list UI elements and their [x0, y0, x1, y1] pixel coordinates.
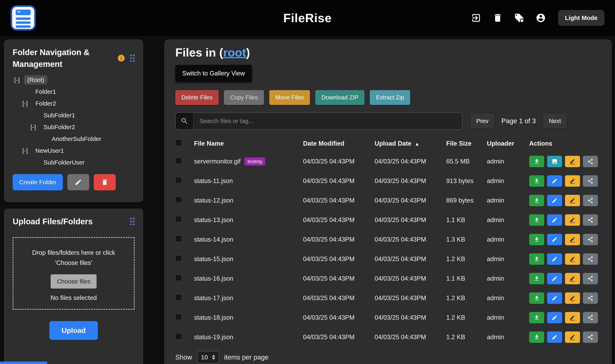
- download-button[interactable]: [529, 273, 544, 284]
- file-name[interactable]: status-12.json: [194, 197, 233, 204]
- folder-name[interactable]: SubFolder2: [40, 122, 78, 132]
- rename-button[interactable]: [565, 312, 580, 323]
- edit-button[interactable]: [547, 253, 562, 265]
- download-button[interactable]: [529, 175, 544, 187]
- copy-files-button[interactable]: Copy Files: [224, 90, 264, 105]
- edit-button[interactable]: [547, 214, 562, 226]
- root-folder-link[interactable]: root: [223, 46, 246, 59]
- edit-button[interactable]: [547, 234, 562, 245]
- tag-manager-button[interactable]: [514, 13, 524, 23]
- share-button[interactable]: [583, 156, 598, 167]
- download-button[interactable]: [529, 292, 544, 304]
- edit-button[interactable]: [547, 273, 562, 284]
- edit-button[interactable]: [547, 175, 562, 187]
- share-button[interactable]: [583, 292, 598, 304]
- file-name[interactable]: status-19.json: [194, 334, 233, 341]
- edit-button[interactable]: [547, 195, 562, 206]
- share-button[interactable]: [583, 175, 598, 187]
- upload-button[interactable]: Upload: [49, 321, 98, 340]
- select-all-checkbox[interactable]: [175, 140, 182, 146]
- rename-button[interactable]: [565, 253, 580, 265]
- switch-gallery-view-button[interactable]: Switch to Gallery View: [175, 65, 252, 82]
- create-folder-button[interactable]: Create Folder: [13, 174, 63, 190]
- rename-button[interactable]: [565, 175, 580, 187]
- column-upload-date[interactable]: Upload Date▲: [375, 140, 446, 147]
- download-zip-button[interactable]: Download ZIP: [315, 90, 365, 105]
- logout-button[interactable]: [471, 13, 481, 23]
- column-file-size[interactable]: File Size: [446, 140, 487, 147]
- download-button[interactable]: [529, 195, 544, 206]
- row-checkbox[interactable]: [175, 157, 182, 164]
- row-checkbox[interactable]: [175, 196, 182, 203]
- folder-name[interactable]: SubFolderUser: [40, 158, 88, 167]
- file-name[interactable]: status-16.json: [194, 275, 233, 282]
- rename-folder-button[interactable]: [67, 174, 89, 190]
- folder-name[interactable]: (Root): [24, 75, 47, 85]
- delete-files-button[interactable]: Delete Files: [175, 90, 219, 105]
- file-name[interactable]: status-11.json: [194, 177, 233, 185]
- rename-button[interactable]: [565, 331, 580, 343]
- row-checkbox[interactable]: [175, 274, 182, 281]
- column-uploader[interactable]: Uploader: [487, 140, 529, 147]
- next-page-button[interactable]: Next: [543, 114, 567, 129]
- file-name[interactable]: status-18.json: [194, 314, 233, 321]
- tree-toggle[interactable]: [-]: [14, 77, 24, 83]
- download-button[interactable]: [529, 312, 544, 323]
- download-button[interactable]: [529, 234, 544, 245]
- prev-page-button[interactable]: Prev: [471, 114, 494, 129]
- column-file-name[interactable]: File Name: [194, 140, 303, 147]
- file-name[interactable]: servermonitor.gif: [194, 158, 241, 165]
- light-mode-button[interactable]: Light Mode: [558, 10, 604, 26]
- rename-button[interactable]: [565, 273, 580, 284]
- file-dropzone[interactable]: Drop files/folders here or click 'Choose…: [13, 237, 135, 310]
- download-button[interactable]: [529, 156, 544, 167]
- file-name[interactable]: status-13.json: [194, 216, 233, 224]
- rename-button[interactable]: [565, 214, 580, 226]
- extract-zip-button[interactable]: Extract Zip: [370, 90, 410, 105]
- row-checkbox[interactable]: [175, 255, 182, 261]
- search-input[interactable]: [194, 113, 462, 129]
- share-button[interactable]: [583, 253, 598, 265]
- row-checkbox[interactable]: [175, 313, 182, 320]
- download-button[interactable]: [529, 253, 544, 265]
- drag-handle-icon[interactable]: [130, 54, 135, 62]
- share-button[interactable]: [583, 312, 598, 323]
- row-checkbox[interactable]: [175, 177, 182, 183]
- image-preview-button[interactable]: [547, 156, 562, 167]
- items-per-page-select[interactable]: 10: [197, 351, 219, 364]
- choose-files-button[interactable]: Choose files: [51, 274, 96, 288]
- row-checkbox[interactable]: [175, 235, 182, 242]
- row-checkbox[interactable]: [175, 216, 182, 222]
- delete-folder-button[interactable]: [94, 174, 116, 190]
- folder-name[interactable]: NewUser1: [32, 146, 67, 155]
- folder-info-button[interactable]: [117, 54, 125, 62]
- file-name[interactable]: status-15.json: [194, 255, 233, 263]
- file-name[interactable]: status-14.json: [194, 236, 233, 243]
- row-checkbox[interactable]: [175, 294, 182, 300]
- download-button[interactable]: [529, 331, 544, 343]
- edit-button[interactable]: [547, 292, 562, 304]
- tree-toggle[interactable]: [-]: [22, 147, 32, 154]
- download-button[interactable]: [529, 214, 544, 226]
- folder-name[interactable]: SubFolder1: [40, 111, 78, 120]
- tree-toggle[interactable]: [-]: [22, 100, 32, 107]
- tree-toggle[interactable]: [-]: [30, 124, 40, 130]
- share-button[interactable]: [583, 273, 598, 284]
- share-button[interactable]: [583, 195, 598, 206]
- share-button[interactable]: [583, 331, 598, 343]
- rename-button[interactable]: [565, 195, 580, 206]
- file-name[interactable]: status-17.json: [194, 294, 233, 302]
- move-files-button[interactable]: Move Files: [269, 90, 310, 105]
- trash-button[interactable]: [493, 13, 503, 23]
- rename-button[interactable]: [565, 156, 580, 167]
- rename-button[interactable]: [565, 234, 580, 245]
- user-menu-button[interactable]: [536, 13, 546, 23]
- column-date-modified[interactable]: Date Modified: [303, 140, 375, 147]
- folder-name[interactable]: Folder1: [32, 87, 59, 96]
- edit-button[interactable]: [547, 312, 562, 323]
- share-button[interactable]: [583, 234, 598, 245]
- share-button[interactable]: [583, 214, 598, 226]
- edit-button[interactable]: [547, 331, 562, 343]
- folder-name[interactable]: Folder2: [32, 99, 59, 108]
- row-checkbox[interactable]: [175, 333, 182, 340]
